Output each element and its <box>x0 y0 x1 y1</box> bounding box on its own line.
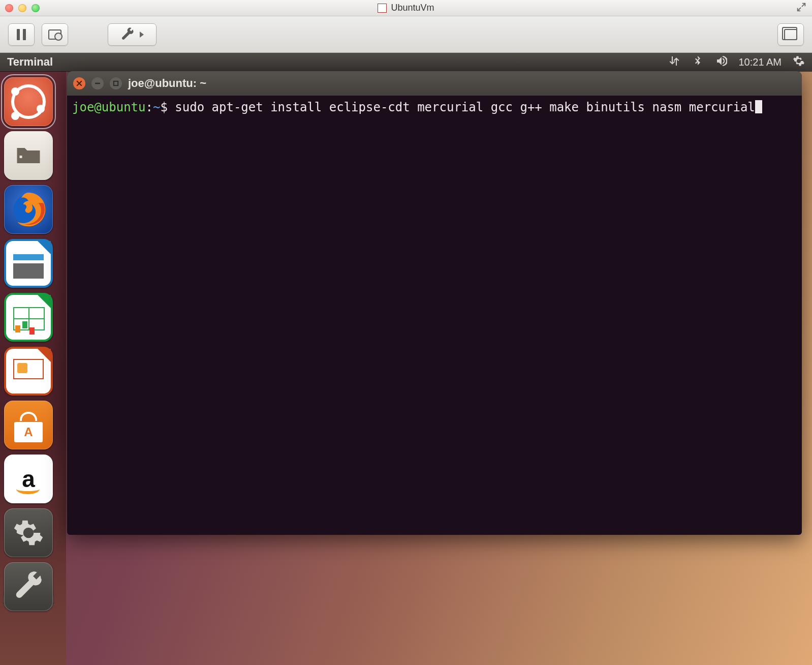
prompt-userhost: joe@ubuntu <box>72 100 146 114</box>
terminal-title-text: joe@ubuntu: ~ <box>128 77 206 90</box>
dropdown-arrow-icon <box>140 32 144 38</box>
minimize-icon <box>95 80 101 86</box>
prompt-colon: : <box>146 100 153 114</box>
terminal-maximize-button[interactable] <box>110 77 122 89</box>
host-titlebar: UbuntuVm <box>0 0 812 16</box>
minimize-button[interactable] <box>18 4 26 12</box>
terminal-cursor <box>755 100 762 113</box>
host-title-text: UbuntuVm <box>391 3 434 13</box>
ubuntu-desktop: Terminal 10:21 AM a <box>0 53 812 665</box>
pause-vm-button[interactable] <box>8 23 35 46</box>
clock-label[interactable]: 10:21 AM <box>738 56 782 68</box>
close-button[interactable] <box>5 4 13 12</box>
launcher-running-stack[interactable] <box>4 562 62 628</box>
terminal-titlebar[interactable]: joe@ubuntu: ~ <box>67 71 802 96</box>
network-indicator-icon[interactable] <box>668 55 680 69</box>
prompt-suffix: $ <box>160 100 175 114</box>
launcher-files[interactable] <box>4 131 53 180</box>
active-application-label: Terminal <box>7 55 53 69</box>
vm-host-toolbar <box>0 16 812 53</box>
terminal-body[interactable]: joe@ubuntu:~$ sudo apt-get install eclip… <box>67 96 802 119</box>
launcher-impress[interactable] <box>4 347 53 396</box>
ubuntu-top-panel: Terminal 10:21 AM <box>0 53 812 71</box>
terminal-command: sudo apt-get install eclipse-cdt mercuri… <box>175 100 755 114</box>
maximize-icon <box>113 80 119 86</box>
wrench-icon <box>120 27 137 42</box>
close-icon <box>76 80 82 86</box>
window-controls <box>5 4 40 12</box>
bluetooth-indicator-icon[interactable] <box>692 55 704 69</box>
launcher-software-center[interactable] <box>4 401 53 449</box>
launcher-firefox[interactable] <box>4 185 53 234</box>
vm-icon <box>378 4 387 13</box>
snapshot-icon <box>48 29 61 40</box>
vm-library-button[interactable] <box>777 23 804 46</box>
snapshot-button[interactable] <box>42 23 68 46</box>
panel-indicators: 10:21 AM <box>668 55 805 69</box>
launcher-system-settings[interactable] <box>4 508 53 557</box>
host-window-title: UbuntuVm <box>0 3 812 13</box>
volume-indicator-icon[interactable] <box>715 55 727 69</box>
zoom-button[interactable] <box>32 4 40 12</box>
unity-launcher: a <box>0 71 66 665</box>
terminal-close-button[interactable] <box>73 77 85 89</box>
session-indicator-icon[interactable] <box>793 55 805 69</box>
svg-rect-1 <box>114 81 118 85</box>
pause-icon <box>17 29 26 40</box>
launcher-settings-top[interactable] <box>4 562 53 611</box>
launcher-writer[interactable] <box>4 239 53 288</box>
stack-icon <box>784 29 797 40</box>
fullscreen-toggle-icon[interactable] <box>796 2 807 15</box>
launcher-dash[interactable] <box>4 77 53 126</box>
prompt-path: ~ <box>153 100 160 114</box>
terminal-minimize-button[interactable] <box>91 77 104 89</box>
launcher-amazon[interactable]: a <box>4 455 53 503</box>
tools-dropdown-button[interactable] <box>108 23 157 46</box>
terminal-window: joe@ubuntu: ~ joe@ubuntu:~$ sudo apt-get… <box>67 71 802 535</box>
launcher-calc[interactable] <box>4 293 53 342</box>
